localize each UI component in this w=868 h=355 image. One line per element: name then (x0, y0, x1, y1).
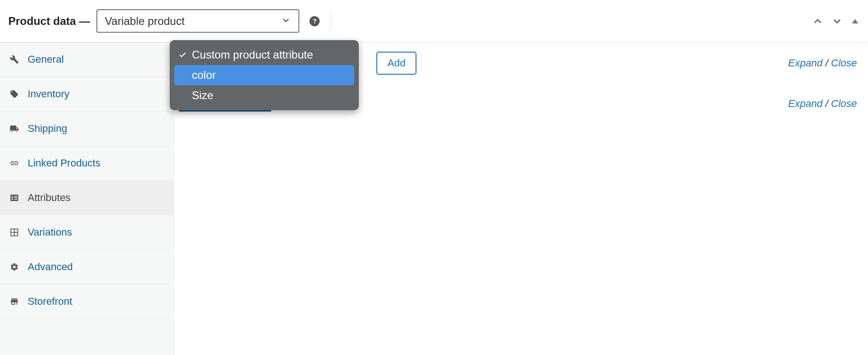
store-icon (9, 297, 19, 306)
svg-rect-3 (14, 196, 18, 197)
option-label: Size (192, 89, 214, 102)
product-type-select-wrapper: Variable product (96, 9, 299, 33)
header-actions (812, 15, 860, 27)
dropdown-option-size[interactable]: Size (174, 85, 354, 106)
close-link[interactable]: Close (831, 98, 857, 109)
svg-rect-4 (11, 197, 13, 198)
expand-close-1: Expand / Close (788, 57, 857, 69)
wrench-icon (9, 55, 19, 64)
attribute-dropdown-popup: Custom product attribute color Size (170, 40, 359, 110)
grid-icon (9, 228, 19, 237)
tag-icon (9, 89, 19, 99)
gear-icon (9, 262, 19, 272)
expand-link[interactable]: Expand (788, 98, 823, 109)
truck-icon (9, 124, 19, 133)
close-link[interactable]: Close (831, 57, 857, 69)
sidebar-label: Shipping (28, 123, 67, 135)
sidebar-item-shipping[interactable]: Shipping (0, 112, 174, 146)
content-area: Custom product attribute color Size Add … (174, 42, 868, 355)
sidebar-label: Inventory (28, 88, 70, 100)
expand-link[interactable]: Expand (788, 57, 823, 69)
dropdown-option-custom[interactable]: Custom product attribute (174, 45, 354, 65)
list-icon (9, 193, 19, 202)
svg-rect-5 (14, 197, 18, 198)
sidebar-item-attributes[interactable]: Attributes (0, 181, 174, 215)
product-data-header: Product data — Variable product ? (0, 0, 868, 42)
sidebar-item-storefront[interactable]: Storefront (0, 284, 174, 319)
expand-close-2: Expand / Close (788, 98, 857, 110)
product-type-select[interactable]: Variable product (96, 9, 299, 33)
separator: / (822, 98, 831, 109)
sidebar-item-variations[interactable]: Variations (0, 215, 174, 250)
svg-rect-2 (11, 196, 13, 197)
sidebar-item-linked-products[interactable]: Linked Products (0, 146, 174, 181)
chevron-up-icon[interactable] (812, 15, 824, 27)
sidebar-label: Linked Products (28, 157, 101, 169)
sidebar-label: Variations (28, 226, 72, 238)
option-label: color (192, 69, 216, 82)
add-attribute-button[interactable]: Add (376, 52, 416, 75)
svg-marker-0 (852, 19, 858, 24)
sidebar-item-general[interactable]: General (0, 42, 174, 77)
attribute-toolbar: Custom product attribute color Size Add … (174, 42, 868, 84)
sidebar-label: Storefront (28, 296, 72, 308)
help-icon[interactable]: ? (309, 16, 320, 26)
sidebar-label: General (28, 53, 64, 65)
sidebar-item-advanced[interactable]: Advanced (0, 250, 174, 284)
sidebar-item-inventory[interactable]: Inventory (0, 77, 174, 112)
separator: / (822, 57, 831, 69)
chevron-down-icon[interactable] (831, 15, 843, 27)
panel-body: General Inventory Shipping Linked Produc… (0, 42, 868, 355)
sidebar-label: Advanced (28, 261, 73, 273)
triangle-up-icon[interactable] (850, 17, 860, 26)
svg-rect-6 (11, 199, 13, 200)
sidebar: General Inventory Shipping Linked Produc… (0, 42, 174, 355)
check-icon (178, 51, 187, 59)
svg-rect-7 (14, 199, 18, 200)
link-icon (9, 159, 19, 168)
sidebar-label: Attributes (28, 192, 71, 204)
dropdown-option-color[interactable]: color (174, 65, 354, 85)
panel-title: Product data — (8, 15, 90, 28)
divider (331, 12, 331, 30)
option-label: Custom product attribute (192, 48, 313, 61)
